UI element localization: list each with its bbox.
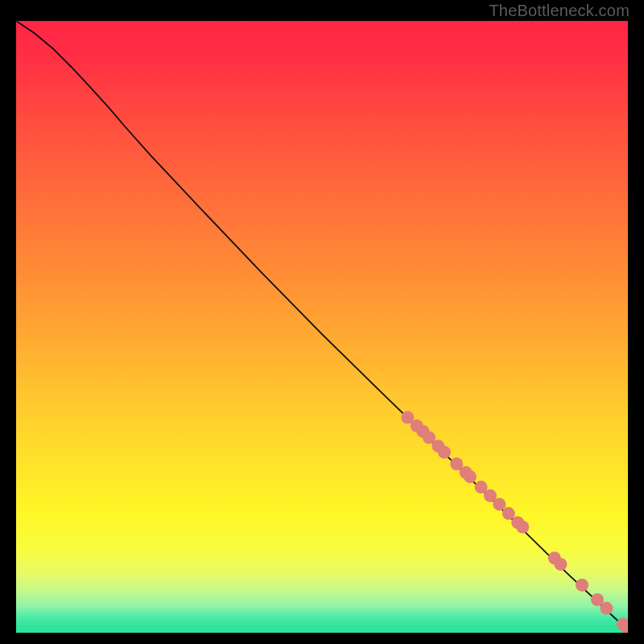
- data-marker: [493, 497, 506, 510]
- data-marker: [464, 470, 477, 483]
- data-marker: [502, 507, 515, 520]
- attribution-label: TheBottleneck.com: [489, 2, 630, 20]
- data-marker: [516, 521, 529, 534]
- data-marker: [438, 446, 451, 459]
- marker-group: [401, 411, 628, 633]
- chart-overlay-svg: [16, 21, 628, 633]
- data-marker: [576, 579, 588, 592]
- chart-plot-area: [16, 21, 628, 633]
- data-marker: [554, 558, 567, 571]
- data-marker: [600, 602, 613, 615]
- curve-line: [16, 21, 628, 630]
